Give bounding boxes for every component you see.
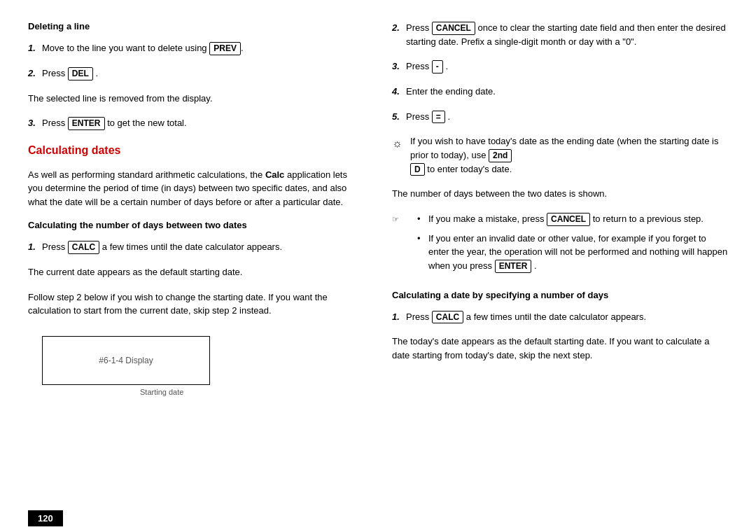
- r-step4: 4. Enter the ending date.: [392, 85, 728, 99]
- del-step2-text: Press DEL .: [42, 66, 98, 80]
- bullet-dot1: •: [417, 212, 424, 226]
- del-step3: 3. Press ENTER to get the new total.: [28, 116, 364, 130]
- calc-dates-heading: Calculating dates: [28, 144, 364, 157]
- calc-bold: Calc: [265, 169, 284, 180]
- bullet2: • If you enter an invalid date or other …: [417, 232, 728, 273]
- page-number: 120: [28, 510, 63, 526]
- del-step2-num: 2.: [28, 66, 38, 80]
- display-label: #6-1-4 Display: [99, 356, 153, 365]
- bullet-dot2: •: [417, 232, 424, 273]
- calc-key: CALC: [68, 241, 99, 254]
- del-result-text: The selected line is removed from the di…: [28, 92, 364, 106]
- s-step1-num: 1.: [392, 310, 402, 324]
- del-step1: 1. Move to the line you want to delete u…: [28, 41, 364, 55]
- bullet-list: • If you make a mistake, press CANCEL to…: [417, 212, 728, 279]
- display-caption: Starting date: [140, 388, 364, 396]
- cancel-key2: CANCEL: [547, 213, 590, 226]
- r-step2: 2. Press CANCEL once to clear the starti…: [392, 21, 728, 48]
- calc-key2: CALC: [432, 311, 463, 324]
- minus-key: -: [432, 60, 443, 74]
- lightbulb-icon: ☼: [392, 135, 406, 152]
- days-shown-text: The number of days between the two dates…: [392, 187, 728, 201]
- r-step5: 5. Press = .: [392, 110, 728, 124]
- second-heading: Calculating a date by specifying a numbe…: [392, 290, 728, 300]
- d-key: D: [410, 163, 425, 176]
- calc-step1-num: 1.: [28, 240, 38, 254]
- follow-text: Follow step 2 below if you wish to chang…: [28, 290, 364, 318]
- deleting-heading: Deleting a line: [28, 21, 364, 31]
- del-key: DEL: [68, 67, 93, 80]
- tip-row: ☼ If you wish to have today's date as th…: [392, 134, 728, 176]
- s-step1: 1. Press CALC a few times until the date…: [392, 310, 728, 324]
- del-step3-text: Press ENTER to get the new total.: [42, 116, 187, 130]
- r-step3-text: Press - .: [406, 59, 448, 74]
- memo-row: ☞ • If you make a mistake, press CANCEL …: [392, 212, 728, 279]
- cancel-key1: CANCEL: [432, 22, 475, 35]
- del-step2: 2. Press DEL .: [28, 66, 364, 80]
- sub-heading: Calculating the number of days between t…: [28, 220, 364, 230]
- current-date-text: The current date appears as the default …: [28, 265, 364, 279]
- r-step4-text: Enter the ending date.: [406, 85, 496, 99]
- enter-key: ENTER: [68, 117, 105, 130]
- memo-icon: ☞: [392, 214, 406, 225]
- bullet1-text: If you make a mistake, press CANCEL to r…: [428, 212, 704, 226]
- 2nd-key: 2nd: [489, 149, 512, 162]
- calc-step1: 1. Press CALC a few times until the date…: [28, 240, 364, 254]
- calc-step1-text: Press CALC a few times until the date ca…: [42, 240, 282, 254]
- today-text: The today's date appears as the default …: [392, 335, 728, 362]
- bullet1: • If you make a mistake, press CANCEL to…: [417, 212, 728, 226]
- r-step2-num: 2.: [392, 21, 402, 35]
- right-column: 2. Press CANCEL once to clear the starti…: [392, 21, 728, 503]
- r-step3: 3. Press - .: [392, 59, 728, 74]
- display-box: #6-1-4 Display: [42, 336, 210, 385]
- display-area: #6-1-4 Display Starting date: [28, 329, 364, 396]
- del-step1-text: Move to the line you want to delete usin…: [42, 41, 244, 55]
- r-step5-num: 5.: [392, 110, 402, 124]
- r-step4-num: 4.: [392, 85, 402, 99]
- enter-key2: ENTER: [495, 260, 532, 273]
- equals-key: =: [432, 111, 445, 124]
- del-step3-num: 3.: [28, 116, 38, 130]
- prev-key: PREV: [209, 42, 241, 55]
- r-step2-text: Press CANCEL once to clear the starting …: [406, 21, 728, 48]
- s-step1-text: Press CALC a few times until the date ca…: [406, 310, 646, 324]
- r-step5-text: Press = .: [406, 110, 450, 124]
- left-column: Deleting a line 1. Move to the line you …: [28, 21, 364, 503]
- bullet2-text: If you enter an invalid date or other va…: [428, 232, 728, 273]
- del-step1-num: 1.: [28, 41, 38, 55]
- tip-text: If you wish to have today's date as the …: [410, 134, 728, 176]
- r-step3-num: 3.: [392, 59, 402, 74]
- calc-dates-para: As well as performing standard arithmeti…: [28, 168, 364, 209]
